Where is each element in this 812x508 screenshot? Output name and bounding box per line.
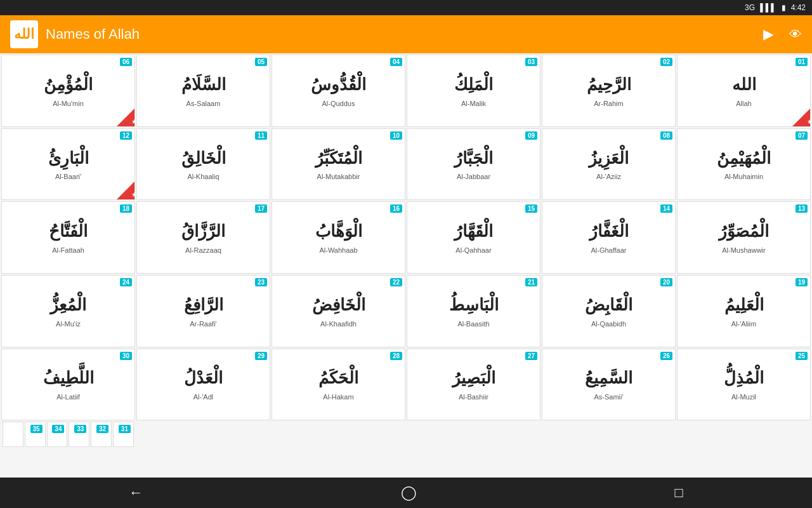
number-badge: 17 bbox=[255, 204, 267, 213]
latin-name: Al-Mutakabbir bbox=[317, 173, 360, 180]
name-card[interactable]: 01اللهAllah bbox=[677, 55, 811, 127]
number-badge: 15 bbox=[525, 204, 537, 213]
name-card[interactable]: 23الرَّافِعُAr-Raafi' bbox=[136, 275, 270, 347]
name-card[interactable]: 13الْمُصَوِّرُAl-Mushawwir bbox=[677, 201, 811, 274]
arabic-name: الْمَلِكُ bbox=[454, 74, 493, 96]
arabic-name: الْبَاسِطُ bbox=[449, 295, 499, 316]
arabic-name: السَّمِيعُ bbox=[585, 368, 632, 389]
number-badge: 11 bbox=[255, 131, 267, 140]
name-card[interactable]: 28الْحَكَمُAl-Hakam bbox=[272, 349, 405, 421]
arabic-name: الْمُذِلُّ bbox=[724, 368, 764, 389]
arabic-name: الْعَلِيمُ bbox=[724, 295, 764, 316]
number-badge: 24 bbox=[120, 278, 132, 286]
number-badge: 32 bbox=[96, 425, 108, 433]
number-badge: 12 bbox=[120, 131, 132, 140]
latin-name: Ar-Raafi' bbox=[190, 320, 216, 328]
name-card[interactable]: 09الْجَبَّارُAl-Jabbaar bbox=[407, 128, 540, 201]
number-badge: 13 bbox=[796, 204, 808, 213]
name-card[interactable]: 16الْوَهَّابُAl-Wahhaab bbox=[272, 201, 405, 274]
name-card[interactable]: 12الْبَارِئُAl-Baari' bbox=[1, 128, 135, 201]
number-badge: 14 bbox=[660, 204, 672, 213]
arabic-name: الْمُتَكَبِّرُ bbox=[315, 148, 362, 170]
arabic-name: الْجَبَّارُ bbox=[454, 148, 493, 170]
name-card[interactable]: 26السَّمِيعُAs-Samii' bbox=[542, 349, 676, 421]
number-badge: 31 bbox=[119, 425, 131, 433]
name-card[interactable]: 20الْقَابِضُAl-Qaabidh bbox=[542, 275, 676, 347]
number-badge: 30 bbox=[120, 352, 132, 360]
back-button[interactable]: ← bbox=[129, 485, 143, 501]
latin-name: Al-Khaafidh bbox=[320, 320, 357, 328]
number-badge: 25 bbox=[796, 352, 808, 360]
latin-name: Al-Quddus bbox=[322, 100, 355, 107]
name-card[interactable]: 21الْبَاسِطُAl-Baasith bbox=[407, 275, 540, 347]
name-card[interactable]: 03الْمَلِكُAl-Malik bbox=[407, 55, 540, 127]
number-badge: 20 bbox=[660, 278, 672, 286]
app-icon: الله bbox=[10, 20, 38, 48]
latin-name: Al-Razzaaq bbox=[185, 246, 221, 254]
number-badge: 07 bbox=[796, 131, 808, 140]
number-badge: 16 bbox=[390, 204, 402, 213]
partial-card[interactable]: 31 bbox=[113, 422, 134, 447]
number-badge: 04 bbox=[390, 58, 402, 66]
number-badge: 21 bbox=[525, 278, 537, 286]
arabic-name: الْقُدُّوسُ bbox=[311, 74, 366, 96]
arabic-name: الْعَزِيزُ bbox=[589, 148, 629, 170]
favorite-indicator bbox=[117, 182, 134, 199]
arabic-name: الْخَالِقُ bbox=[181, 148, 226, 170]
name-card[interactable]: 24الْمُعِزُّAl-Mu'iz bbox=[1, 275, 135, 347]
latin-name: Al-Baasith bbox=[457, 320, 489, 328]
latin-name: Al-Ghaffaar bbox=[591, 246, 626, 254]
name-card[interactable]: 27الْبَصِيرُAl-Bashiir bbox=[407, 349, 540, 421]
partial-card[interactable] bbox=[3, 422, 23, 447]
name-card[interactable]: 17الرَّزَّاقُAl-Razzaaq bbox=[136, 201, 270, 274]
number-badge: 01 bbox=[796, 58, 808, 66]
arabic-name: الْعَدْلُ bbox=[184, 368, 223, 389]
number-badge: 05 bbox=[255, 58, 267, 66]
latin-name: Al-Malik bbox=[461, 100, 486, 107]
home-button[interactable]: ◯ bbox=[401, 485, 417, 501]
name-card[interactable]: 05السَّلَامُAs-Salaam bbox=[136, 55, 270, 127]
latin-name: Al-Wahhaab bbox=[319, 246, 357, 254]
latin-name: Al-Fattaah bbox=[52, 246, 84, 254]
arabic-name: الْمُعِزُّ bbox=[50, 295, 86, 316]
latin-name: Ar-Rahim bbox=[594, 100, 623, 107]
partial-card[interactable]: 32 bbox=[91, 422, 112, 447]
name-card[interactable]: 22الْخَافِضُAl-Khaafidh bbox=[272, 275, 405, 347]
name-card[interactable]: 18الْفَتَّاحُAl-Fattaah bbox=[1, 201, 135, 274]
name-card[interactable]: 02الرَّحِيمُAr-Rahim bbox=[542, 55, 676, 127]
number-badge: 06 bbox=[120, 58, 132, 66]
play-button[interactable]: ▶ bbox=[763, 26, 774, 43]
arabic-name: الْبَارِئُ bbox=[48, 148, 89, 170]
name-card[interactable]: 14الْغَفَّارُAl-Ghaffaar bbox=[542, 201, 676, 274]
arabic-name: الْبَصِيرُ bbox=[452, 368, 495, 389]
arabic-name: الرَّزَّاقُ bbox=[181, 221, 225, 243]
eye-button[interactable]: 👁 bbox=[789, 27, 802, 42]
name-card[interactable]: 11الْخَالِقُAl-Khaaliq bbox=[136, 128, 270, 201]
name-card[interactable]: 04الْقُدُّوسُAl-Quddus bbox=[272, 55, 405, 127]
status-bar: 3G ▌▌▌ ▮ 4:42 bbox=[0, 0, 812, 15]
recent-apps-button[interactable]: □ bbox=[674, 485, 683, 501]
number-badge: 03 bbox=[525, 58, 537, 66]
signal-icon: ▌▌▌ bbox=[760, 3, 776, 12]
time-display: 4:42 bbox=[791, 3, 806, 12]
name-card[interactable]: 15الْقَهَّارُAl-Qahhaar bbox=[407, 201, 540, 274]
partial-card[interactable]: 33 bbox=[69, 422, 89, 447]
name-card[interactable]: 07الْمُهَيْمِنُAl-Muhaimin bbox=[677, 128, 811, 201]
number-badge: 33 bbox=[74, 425, 86, 433]
name-card[interactable]: 25الْمُذِلُّAl-Muzil bbox=[677, 349, 811, 421]
app-bar-right: ▶ 👁 bbox=[763, 26, 802, 43]
latin-name: Allah bbox=[736, 100, 751, 107]
name-card[interactable]: 08الْعَزِيزُAl-'Aziiz bbox=[542, 128, 676, 201]
name-card[interactable]: 29الْعَدْلُAl-'Adl bbox=[136, 349, 270, 421]
name-card[interactable]: 19الْعَلِيمُAl-'Aliim bbox=[677, 275, 811, 347]
latin-name: Al-Bashiir bbox=[459, 393, 488, 401]
name-card[interactable]: 30اللَّطِيفُAl-Latiif bbox=[1, 349, 135, 421]
number-badge: 34 bbox=[52, 425, 64, 433]
number-badge: 28 bbox=[390, 352, 402, 360]
partial-card[interactable]: 35 bbox=[25, 422, 46, 447]
latin-name: Al-Khaaliq bbox=[187, 173, 219, 180]
battery-icon: ▮ bbox=[782, 3, 786, 12]
name-card[interactable]: 10الْمُتَكَبِّرُAl-Mutakabbir bbox=[272, 128, 405, 201]
partial-card[interactable]: 34 bbox=[47, 422, 68, 447]
name-card[interactable]: 06الْمُؤْمِنُAl-Mu'min bbox=[1, 55, 135, 127]
